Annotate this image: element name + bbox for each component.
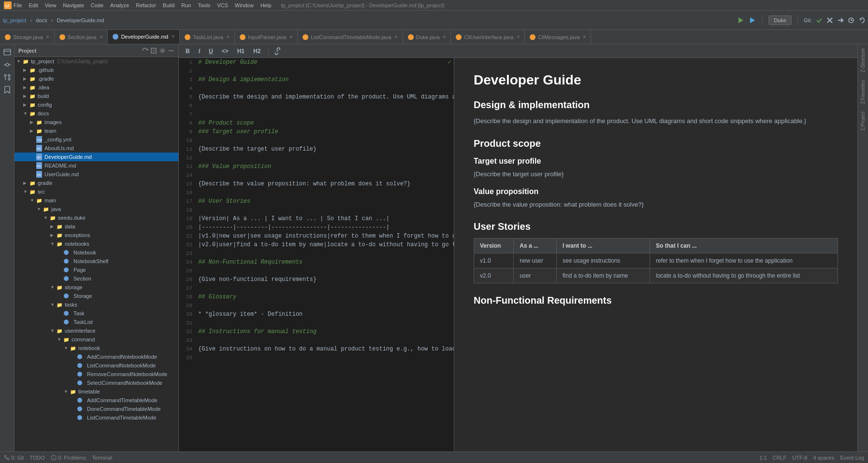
tree-item-src[interactable]: ▼ 📁 src (14, 187, 178, 196)
menu-file[interactable]: File (14, 2, 22, 8)
tab-section-java[interactable]: Section.java × (55, 30, 108, 44)
tree-item-readme[interactable]: MD README.md (14, 161, 178, 170)
git-arrow-icon[interactable] (837, 17, 844, 24)
menu-code[interactable]: Code (91, 2, 103, 8)
tree-item-gradle[interactable]: ▶ 📁 gradle (14, 179, 178, 187)
tab-close-storage[interactable]: × (46, 34, 49, 40)
git-clock-icon[interactable] (848, 17, 854, 24)
status-todo[interactable]: TODO (29, 455, 45, 461)
status-crlf[interactable]: CRLF (773, 455, 787, 461)
collapse-icon[interactable] (150, 47, 157, 54)
tree-item-data[interactable]: ▶ 📁 data (14, 222, 178, 231)
tab-close-inputparser[interactable]: × (289, 34, 292, 40)
tree-item-seedu-duke[interactable]: ▼ 📁 seedu.duke (14, 213, 178, 222)
sidebar-commit-icon[interactable] (1, 59, 13, 70)
git-check-icon[interactable] (816, 17, 823, 24)
tree-item-addcmd-nb[interactable]: AddCommandNotebookMode (14, 352, 178, 361)
tree-item-tasklist[interactable]: TaskList (14, 318, 178, 326)
tree-item-page[interactable]: Page (14, 266, 178, 274)
tree-item-storage-class[interactable]: Storage (14, 292, 178, 300)
settings-icon[interactable] (159, 47, 166, 54)
menu-tools[interactable]: Tools (198, 2, 210, 8)
menu-analyze[interactable]: Analyze (110, 2, 129, 8)
status-terminal[interactable]: Terminal (92, 455, 113, 461)
status-git[interactable]: 0: Git (4, 455, 24, 461)
tree-item-build[interactable]: ▶ 📁 build (14, 92, 178, 100)
tree-item-selectcmd-nb[interactable]: SelectCommandNotebookMode (14, 379, 178, 387)
tree-item-exceptions[interactable]: ▶ 📁 exceptions (14, 231, 178, 239)
tree-item-donecmd-tt[interactable]: DoneCommandTimetableMode (14, 405, 178, 413)
tab-developerguide-md[interactable]: DeveloperGuide.md × (108, 30, 180, 44)
h2-button[interactable]: H2 (250, 47, 263, 56)
code-editor[interactable]: 1 # Developer Guide✓ 2 3 ## Design & imp… (179, 58, 454, 451)
menu-help[interactable]: Help (260, 2, 272, 8)
breadcrumb-file[interactable]: DeveloperGuide.md (57, 17, 104, 23)
tree-item-docs[interactable]: ▼ 📁 docs (14, 109, 178, 118)
tree-item-storage-folder[interactable]: ▼ 📁 storage (14, 283, 178, 292)
tree-item-tasks[interactable]: ▼ 📁 tasks (14, 300, 178, 309)
tree-item-notebook-cmd[interactable]: ▼ 📁 notebook (14, 344, 178, 352)
menu-run[interactable]: Run (181, 2, 191, 8)
bold-button[interactable]: B (183, 47, 193, 56)
tree-item-notebooks[interactable]: ▼ 📁 notebooks (14, 239, 178, 248)
tree-item-task[interactable]: Task (14, 309, 178, 318)
tree-item-github[interactable]: ▶ 📁 .github (14, 66, 178, 74)
tab-close-cliui[interactable]: × (517, 34, 520, 40)
minimize-icon[interactable] (168, 47, 174, 54)
sync-icon[interactable] (142, 47, 148, 54)
sidebar-bookmark-icon[interactable] (1, 84, 13, 96)
sidebar-project-icon[interactable] (1, 46, 13, 58)
menu-view[interactable]: View (45, 2, 57, 8)
tree-item-notebookshelf[interactable]: NotebookShelf (14, 257, 178, 266)
menu-navigate[interactable]: Navigate (63, 2, 84, 8)
tree-item-idea[interactable]: ▶ 📁 .idea (14, 83, 178, 92)
breadcrumb-project[interactable]: tp_project (3, 17, 26, 23)
sidebar-pullrequest-icon[interactable] (1, 71, 13, 83)
git-cross-icon[interactable] (826, 17, 833, 24)
right-sidebar-structure[interactable]: Z-Structure (859, 44, 867, 76)
menu-build[interactable]: Build (163, 2, 174, 8)
tree-item-team[interactable]: ▶ 📁 team (14, 126, 178, 135)
menu-vcs[interactable]: VCS (217, 2, 228, 8)
tab-close-duke[interactable]: × (443, 34, 446, 40)
right-sidebar-project[interactable]: 1:Project (859, 108, 867, 134)
git-undo-icon[interactable] (858, 17, 865, 24)
tab-close-tasklist[interactable]: × (227, 34, 230, 40)
tree-item-userinterface[interactable]: ▼ 📁 userinterface (14, 326, 178, 335)
build-icon[interactable] (737, 16, 745, 24)
tab-close-climessages[interactable]: × (583, 34, 586, 40)
tab-inputparser-java[interactable]: InputParser.java × (235, 30, 298, 44)
tab-listcommandtimetable-java[interactable]: ListCommandTimetableMode.java × (298, 30, 403, 44)
tree-item-section[interactable]: Section (14, 274, 178, 283)
tree-item-timetable-cmd[interactable]: ▼ 📁 timetable (14, 387, 178, 396)
tree-item-images[interactable]: ▶ 📁 images (14, 118, 178, 126)
status-event-log[interactable]: Event Log (840, 455, 864, 461)
tab-duke-java[interactable]: Duke.java × (403, 30, 451, 44)
tree-item-command[interactable]: ▼ 📁 command (14, 335, 178, 344)
status-line-col[interactable]: 1:1 (759, 455, 767, 461)
tab-close-devguide[interactable]: × (172, 34, 174, 39)
tree-item-userguide[interactable]: MD UserGuide.md (14, 170, 178, 179)
right-sidebar-favorites[interactable]: 2:Favorites (859, 76, 867, 108)
tree-item-aboutus[interactable]: MD AboutUs.md (14, 144, 178, 153)
duke-config-button[interactable]: Duke (768, 15, 792, 25)
menu-edit[interactable]: Edit (29, 2, 38, 8)
tree-item-config[interactable]: ▶ 📁 config (14, 100, 178, 109)
run-icon[interactable] (749, 16, 756, 24)
status-encoding[interactable]: UTF-8 (792, 455, 807, 461)
status-problems[interactable]: ! 0: Problems (51, 455, 87, 461)
tree-item-addcmd-tt[interactable]: AddCommandTimetableMode (14, 396, 178, 405)
tab-close-section[interactable]: × (100, 34, 103, 40)
tree-item-gradle-dot[interactable]: ▶ 📁 .gradle (14, 74, 178, 83)
tree-root[interactable]: ▼ 📁 tp_project C:\Users\Joe\tp_project (14, 57, 178, 66)
breadcrumb-docs[interactable]: docs (36, 17, 47, 23)
italic-button[interactable]: I (196, 47, 203, 56)
menu-refactor[interactable]: Refactor (136, 2, 156, 8)
underline-button[interactable]: U (206, 47, 216, 56)
tab-cliuserinterface-java[interactable]: CliUserInterface.java × (451, 30, 525, 44)
tab-tasklist-java[interactable]: TaskList.java × (180, 30, 235, 44)
h1-button[interactable]: H1 (234, 47, 247, 56)
tree-item-java[interactable]: ▼ 📁 java (14, 205, 178, 213)
tree-item-removecmd-nb[interactable]: RemoveCommandNotebookMode (14, 370, 178, 379)
menu-window[interactable]: Window (235, 2, 254, 8)
